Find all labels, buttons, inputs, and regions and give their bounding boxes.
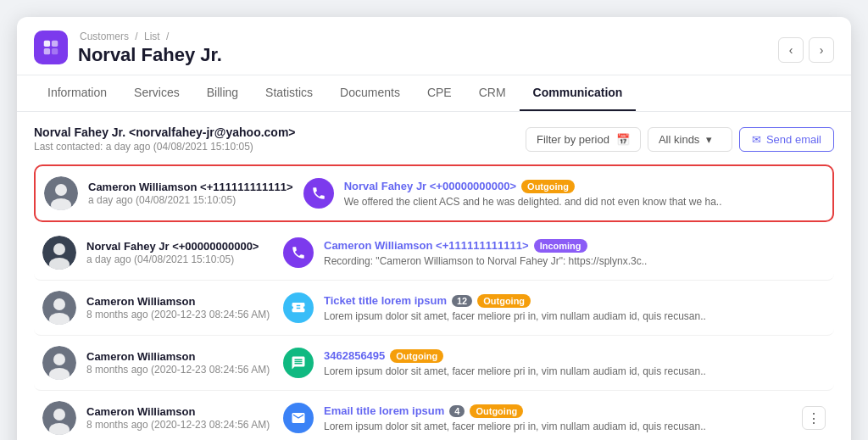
comm-badge: Outgoing [477,294,531,308]
send-email-button[interactable]: ✉ Send email [739,127,834,152]
sender-info: Cameron Williamson <+111111111111> a day… [88,181,293,206]
send-email-label: Send email [766,133,821,146]
send-email-icon: ✉ [752,133,761,146]
comm-preview: Lorem ipsum dolor sit amet, facer melior… [324,421,792,432]
comm-preview: Recording: "Cameron Williamson to Norval… [324,255,826,267]
sender-time: a day ago (04/08/2021 15:10:05) [88,194,293,206]
comm-preview: Lorem ipsum dolor sit amet, facer melior… [324,310,826,322]
sender-info: Cameron Williamson 8 months ago (2020-12… [86,405,273,431]
app-icon [34,31,68,64]
avatar [42,346,76,380]
comm-body: Email title lorem ipsum 4 Outgoing Lorem… [324,404,792,432]
header-left: Customers / List / Norval Fahey Jr. [34,31,222,66]
comm-title-row: Cameron Williamson <+111111111111> Incom… [324,239,826,253]
comm-item-1[interactable]: Cameron Williamson <+111111111111> a day… [34,164,834,222]
last-contacted: Last contacted: a day ago (04/08/2021 15… [34,141,296,153]
sender-time: 8 months ago (2020-12-23 08:24:56 AM) [86,364,273,376]
comm-title-row: Norval Fahey Jr <+00000000000> Outgoing [344,180,824,193]
tab-billing[interactable]: Billing [193,75,252,111]
comm-title-row: Email title lorem ipsum 4 Outgoing [324,404,792,418]
email-icon [283,403,314,433]
ticket-icon [283,292,314,323]
page-title: Norval Fahey Jr. [78,44,222,66]
phone-icon [283,237,314,268]
sender-name: Norval Fahey Jr <+00000000000> [86,240,273,253]
breadcrumb-customers[interactable]: Customers [80,31,129,42]
phone-icon [303,178,334,209]
sender-name: Cameron Williamson [86,350,273,363]
svg-rect-2 [44,48,50,54]
sender-name: Cameron Williamson [86,295,273,308]
sender-info: Cameron Williamson 8 months ago (2020-12… [86,295,273,320]
tab-statistics[interactable]: Statistics [252,75,326,111]
tab-information[interactable]: Information [34,75,120,111]
breadcrumb-sep1: / [135,31,141,42]
tab-services[interactable]: Services [120,75,193,111]
filter-kind-select[interactable]: All kinds ▾ [648,127,732,152]
sender-time: 8 months ago (2020-12-23 08:24:56 AM) [86,309,273,320]
comm-badge: Outgoing [390,349,443,363]
comm-preview: Lorem ipsum dolor sit amet, facer melior… [324,365,826,377]
tab-crm[interactable]: CRM [465,75,520,111]
sender-time: 8 months ago (2020-12-23 08:24:56 AM) [86,419,273,431]
avatar [42,401,76,435]
sender-info: Cameron Williamson 8 months ago (2020-12… [86,350,273,376]
comm-title-row: Ticket title lorem ipsum 12 Outgoing [324,294,826,308]
svg-point-17 [53,409,65,421]
main-window: Customers / List / Norval Fahey Jr. ‹ › … [17,17,851,440]
filter-bar: Norval Fahey Jr. <norvalfahey-jr@yahoo.c… [34,125,834,153]
comm-title-link[interactable]: Ticket title lorem ipsum [324,294,447,307]
comm-body: 3462856495 Outgoing Lorem ipsum dolor si… [324,349,826,377]
badge-count: 12 [452,295,472,307]
comm-preview: We offered the client ACS and he was del… [344,196,824,208]
comm-item-4[interactable]: Cameron Williamson 8 months ago (2020-12… [34,336,834,391]
comm-item-5[interactable]: Cameron Williamson 8 months ago (2020-12… [34,391,834,440]
filter-period-input[interactable]: Filter by period 📅 [526,127,641,152]
filter-controls: Filter by period 📅 All kinds ▾ ✉ Send em… [526,127,834,152]
svg-point-8 [53,243,65,255]
next-button[interactable]: › [809,37,834,63]
breadcrumb-list[interactable]: List [144,31,160,42]
breadcrumb-sep2: / [166,31,169,42]
comm-title-link[interactable]: Email title lorem ipsum [324,404,444,417]
svg-rect-0 [44,41,50,47]
sms-icon [283,348,314,378]
comm-badge: Incoming [534,239,587,253]
header: Customers / List / Norval Fahey Jr. ‹ › [17,17,851,75]
communication-list: Cameron Williamson <+111111111111> a day… [34,164,834,440]
comm-item-2[interactable]: Norval Fahey Jr <+00000000000> a day ago… [34,226,834,281]
tab-cpe[interactable]: CPE [414,75,465,111]
avatar [42,236,76,270]
comm-title-link[interactable]: Norval Fahey Jr <+00000000000> [344,180,516,192]
avatar [44,176,78,210]
breadcrumb-area: Customers / List / Norval Fahey Jr. [78,31,222,66]
comm-title-row: 3462856495 Outgoing [324,349,826,363]
filter-kind-label: All kinds [659,133,699,146]
comm-item-3[interactable]: Cameron Williamson 8 months ago (2020-12… [34,281,834,336]
tab-documents[interactable]: Documents [326,75,414,111]
svg-point-11 [53,298,65,310]
chevron-down-icon: ▾ [706,133,712,146]
tabs-bar: InformationServicesBillingStatisticsDocu… [17,75,851,112]
comm-title-link[interactable]: 3462856495 [324,349,385,362]
tab-communication[interactable]: Communication [520,75,637,111]
svg-point-5 [55,184,67,196]
comm-body: Ticket title lorem ipsum 12 Outgoing Lor… [324,294,826,322]
avatar [42,291,76,325]
more-options-button[interactable]: ⋮ [802,406,826,430]
content-area: Norval Fahey Jr. <norvalfahey-jr@yahoo.c… [17,112,851,440]
comm-body: Cameron Williamson <+111111111111> Incom… [324,239,826,267]
svg-point-14 [53,354,65,365]
comm-body: Norval Fahey Jr <+00000000000> Outgoing … [344,180,824,208]
calendar-icon: 📅 [616,133,630,146]
badge-count: 4 [449,405,465,417]
sender-info: Norval Fahey Jr <+00000000000> a day ago… [86,240,273,265]
svg-rect-3 [52,48,58,54]
customer-info: Norval Fahey Jr. <norvalfahey-jr@yahoo.c… [34,125,296,153]
breadcrumb: Customers / List / [78,31,222,42]
comm-badge: Outgoing [521,180,575,193]
sender-name: Cameron Williamson [86,405,273,418]
prev-button[interactable]: ‹ [778,37,804,63]
sender-name: Cameron Williamson <+111111111111> [88,181,293,193]
comm-title-link[interactable]: Cameron Williamson <+111111111111> [324,239,529,252]
